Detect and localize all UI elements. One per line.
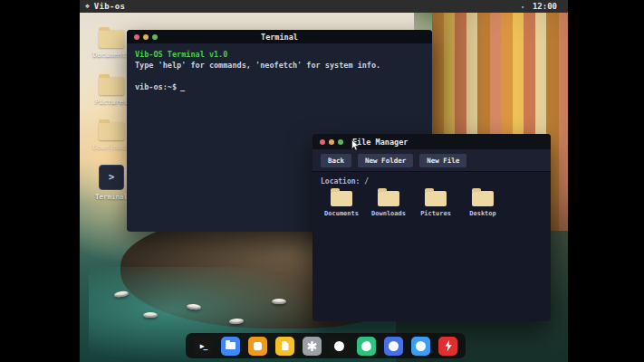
- terminal-blank-line: [135, 71, 424, 81]
- folder-icon: [472, 191, 494, 206]
- dock-terminal-icon[interactable]: ▶_: [194, 337, 213, 356]
- wallpaper-boat: [272, 299, 286, 304]
- new-folder-button[interactable]: New Folder: [358, 154, 413, 167]
- dock-messages-icon[interactable]: [357, 337, 376, 356]
- folder-name: Downloads: [368, 210, 409, 217]
- square-glyph: [254, 342, 262, 350]
- folder-icon: [331, 191, 352, 206]
- terminal-prompt-line: vib-os:~$_: [135, 81, 424, 92]
- menubar-right: ▾ 12:00: [521, 2, 568, 11]
- chevron-down-icon[interactable]: ▾: [521, 4, 524, 10]
- folder-name: Documents: [321, 210, 362, 217]
- screen: ❖ Vib-os ▾ 12:00 Documents Pictures Down…: [0, 0, 644, 362]
- file-manager-window: File Manager Back New Folder New File Lo…: [312, 134, 551, 321]
- maximize-icon[interactable]: [338, 139, 343, 145]
- folder-icon: [99, 77, 124, 95]
- folder-icon: [99, 30, 124, 48]
- file-manager-toolbar: Back New Folder New File: [312, 149, 551, 172]
- terminal-prompt-glyph: ▶_: [200, 342, 207, 350]
- terminal-line-banner: Vib-OS Terminal v1.0: [135, 49, 424, 60]
- file-manager-titlebar[interactable]: File Manager: [312, 134, 551, 149]
- terminal-titlebar[interactable]: Terminal: [127, 30, 432, 43]
- folder-item-desktop[interactable]: Desktop: [462, 191, 504, 217]
- terminal-output[interactable]: Vib-OS Terminal v1.0 Type 'help' for com…: [127, 43, 432, 98]
- dock-file-manager-icon[interactable]: [221, 337, 240, 356]
- desktop-icon-downloads[interactable]: Downloads: [91, 122, 131, 151]
- menubar: ❖ Vib-os ▾ 12:00: [80, 0, 568, 13]
- terminal-window-title: Terminal: [127, 33, 432, 42]
- asterisk-glyph: [307, 341, 317, 351]
- desktop-icon-label: Documents: [91, 51, 131, 59]
- dock-settings-icon[interactable]: [303, 337, 322, 356]
- folder-item-documents[interactable]: Documents: [321, 191, 362, 217]
- document-glyph: [282, 341, 289, 350]
- back-button[interactable]: Back: [321, 154, 351, 167]
- circle-glyph: [389, 341, 399, 351]
- desktop-icon-terminal[interactable]: > Terminal: [91, 165, 131, 201]
- terminal-cursor: _: [180, 82, 185, 91]
- wallpaper-boat: [143, 312, 158, 318]
- close-icon[interactable]: [320, 139, 325, 145]
- circle-glyph: [416, 341, 426, 351]
- file-manager-grid: Documents Downloads Pictures Desktop: [312, 188, 551, 220]
- terminal-line-help: Type 'help' for commands, 'neofetch' for…: [135, 60, 424, 71]
- dock-text-editor-icon[interactable]: [275, 337, 294, 356]
- minimize-icon[interactable]: [329, 139, 334, 145]
- dock-browser-icon[interactable]: [384, 337, 403, 356]
- dock: ▶_: [186, 333, 466, 358]
- dock-orange-app-icon[interactable]: [248, 337, 267, 356]
- location-path: Location: /: [312, 172, 551, 188]
- desktop-icon-label: Downloads: [91, 143, 131, 151]
- terminal-prompt: vib-os:~$: [135, 82, 177, 91]
- mouse-pointer-icon: [351, 138, 360, 155]
- new-file-button[interactable]: New File: [419, 154, 466, 167]
- desktop-icon-label: Pictures: [91, 98, 131, 106]
- folder-glyph: [226, 342, 235, 349]
- folder-icon: [425, 191, 447, 206]
- desktop: ❖ Vib-os ▾ 12:00 Documents Pictures Down…: [80, 0, 568, 362]
- chat-blob-glyph: [361, 341, 371, 351]
- folder-icon: [378, 191, 399, 206]
- folder-name: Pictures: [415, 210, 457, 217]
- menubar-title[interactable]: Vib-os: [94, 2, 125, 11]
- folder-item-downloads[interactable]: Downloads: [368, 191, 409, 217]
- clock[interactable]: 12:00: [533, 2, 557, 11]
- folder-name: Desktop: [462, 210, 504, 217]
- window-controls: [320, 139, 343, 145]
- lightning-bolt-glyph: [444, 340, 453, 352]
- folder-icon: [99, 122, 124, 140]
- terminal-icon: >: [99, 165, 124, 190]
- dock-blue-circle-app-icon[interactable]: [411, 337, 430, 356]
- circle-glyph: [334, 341, 344, 351]
- file-manager-window-title: File Manager: [352, 138, 408, 147]
- dock-power-icon[interactable]: [438, 337, 457, 356]
- desktop-icon-documents[interactable]: Documents: [91, 30, 131, 59]
- folder-item-pictures[interactable]: Pictures: [415, 191, 457, 217]
- desktop-icon-label: Terminal: [91, 193, 131, 201]
- os-logo-icon[interactable]: ❖: [85, 0, 90, 13]
- desktop-icon-pictures[interactable]: Pictures: [91, 77, 131, 106]
- dock-dark-circle-app-icon[interactable]: [330, 337, 349, 356]
